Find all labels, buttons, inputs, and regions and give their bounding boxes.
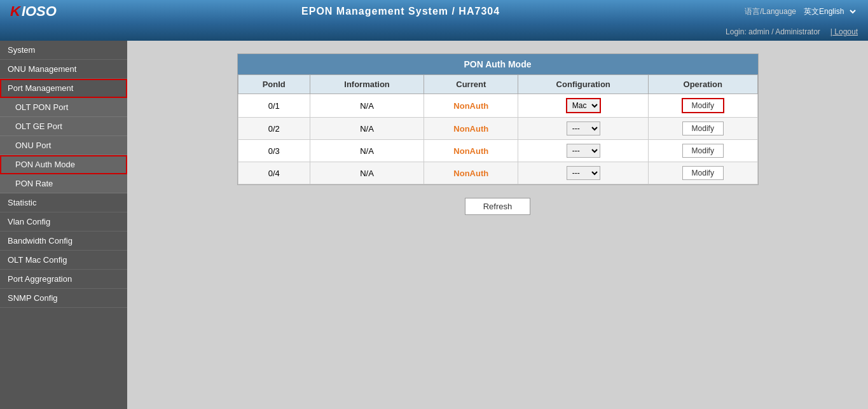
modify-button-0-1[interactable]: Modify	[682, 98, 724, 113]
refresh-button[interactable]: Refresh	[465, 198, 531, 215]
cell-current: NonAuth	[424, 118, 518, 140]
modify-button-0-2[interactable]: Modify	[682, 121, 724, 135]
header-top: K IOSO EPON Management System / HA7304 语…	[0, 0, 868, 23]
cell-information: N/A	[310, 94, 424, 118]
cell-ponid: 0/3	[238, 140, 310, 162]
cell-configuration[interactable]: Mac---	[518, 140, 649, 162]
cell-ponid: 0/2	[238, 118, 310, 140]
cell-current: NonAuth	[424, 162, 518, 184]
cell-information: N/A	[310, 162, 424, 184]
config-select-0-1[interactable]: Mac---	[566, 98, 601, 113]
col-header-configuration: Configuration	[518, 75, 649, 94]
config-select-0-2[interactable]: Mac---	[567, 121, 600, 135]
language-label: 语言/Language	[745, 6, 796, 17]
main-layout: System ONU Management Port Management OL…	[0, 41, 868, 409]
sidebar-item-olt-ge-port[interactable]: OLT GE Port	[0, 117, 127, 136]
pon-auth-table-container: PON Auth Mode PonId Information Current …	[237, 53, 759, 185]
sidebar-item-system[interactable]: System	[0, 41, 127, 60]
table-row: 0/2N/ANonAuthMac---Modify	[238, 118, 757, 140]
cell-operation[interactable]: Modify	[649, 118, 757, 140]
page-title: EPON Management System / HA7304	[301, 6, 500, 17]
language-dropdown[interactable]: 英文English 中文Chinese	[801, 6, 858, 17]
logout-button[interactable]: | Logout	[830, 27, 858, 36]
sidebar-item-port-aggregation[interactable]: Port Aggregration	[0, 270, 127, 289]
col-header-information: Information	[310, 75, 424, 94]
table-row: 0/1N/ANonAuthMac---Modify	[238, 94, 757, 118]
cell-ponid: 0/1	[238, 94, 310, 118]
sidebar-item-port-management[interactable]: Port Management	[0, 79, 127, 98]
login-info: Login: admin / Administrator	[726, 27, 820, 36]
sidebar-item-bandwidth-config[interactable]: Bandwidth Config	[0, 232, 127, 251]
col-header-operation: Operation	[649, 75, 757, 94]
cell-information: N/A	[310, 118, 424, 140]
cell-configuration[interactable]: Mac---	[518, 94, 649, 118]
refresh-container: Refresh	[140, 198, 855, 215]
language-selector[interactable]: 语言/Language 英文English 中文Chinese	[745, 6, 858, 17]
logo: K IOSO	[10, 3, 57, 20]
table-row: 0/3N/ANonAuthMac---Modify	[238, 140, 757, 162]
config-select-0-3[interactable]: Mac---	[567, 144, 600, 158]
table-row: 0/4N/ANonAuthMac---Modify	[238, 162, 757, 184]
sidebar-item-olt-pon-port[interactable]: OLT PON Port	[0, 98, 127, 117]
col-header-current: Current	[424, 75, 518, 94]
logo-rest: IOSO	[22, 3, 57, 20]
cell-current: NonAuth	[424, 94, 518, 118]
col-header-ponid: PonId	[238, 75, 310, 94]
sidebar-item-statistic[interactable]: Statistic	[0, 193, 127, 212]
cell-configuration[interactable]: Mac---	[518, 118, 649, 140]
header-bottom: Login: admin / Administrator | Logout	[0, 23, 868, 41]
cell-ponid: 0/4	[238, 162, 310, 184]
modify-button-0-3[interactable]: Modify	[682, 144, 724, 158]
cell-operation[interactable]: Modify	[649, 94, 757, 118]
cell-operation[interactable]: Modify	[649, 140, 757, 162]
sidebar-item-pon-auth-mode[interactable]: PON Auth Mode	[0, 155, 127, 174]
sidebar: System ONU Management Port Management OL…	[0, 41, 127, 409]
cell-current: NonAuth	[424, 140, 518, 162]
content-area: PON Auth Mode PonId Information Current …	[127, 41, 868, 409]
sidebar-item-onu-management[interactable]: ONU Management	[0, 60, 127, 79]
table-title: PON Auth Mode	[238, 54, 758, 74]
cell-information: N/A	[310, 140, 424, 162]
logo-k: K	[10, 3, 20, 20]
sidebar-item-snmp-config[interactable]: SNMP Config	[0, 289, 127, 308]
config-select-0-4[interactable]: Mac---	[567, 166, 600, 180]
modify-button-0-4[interactable]: Modify	[682, 166, 724, 180]
cell-configuration[interactable]: Mac---	[518, 162, 649, 184]
sidebar-item-olt-mac-config[interactable]: OLT Mac Config	[0, 251, 127, 270]
sidebar-item-vlan-config[interactable]: Vlan Config	[0, 212, 127, 232]
pon-auth-table: PonId Information Current Configuration …	[238, 74, 758, 184]
cell-operation[interactable]: Modify	[649, 162, 757, 184]
sidebar-item-onu-port[interactable]: ONU Port	[0, 136, 127, 155]
sidebar-item-pon-rate[interactable]: PON Rate	[0, 174, 127, 193]
